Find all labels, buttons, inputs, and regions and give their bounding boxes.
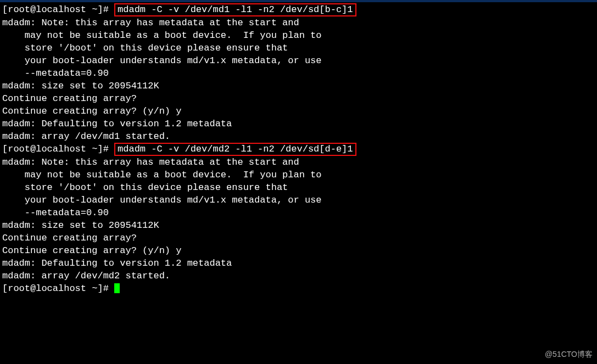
output-line: mdadm: Note: this array has metadata at … <box>2 157 299 167</box>
output-line: mdadm: Note: this array has metadata at … <box>2 18 299 28</box>
shell-prompt-2: [root@localhost ~]# <box>2 144 114 154</box>
command-highlight-2: mdadm -C -v /dev/md2 -l1 -n2 /dev/sd[d-e… <box>114 143 356 156</box>
output-line: mdadm: array /dev/md1 started. <box>2 131 170 142</box>
output-line: mdadm: Defaulting to version 1.2 metadat… <box>2 258 232 268</box>
shell-prompt-3: [root@localhost ~]# <box>2 283 114 294</box>
output-line: Continue creating array? (y/n) y <box>2 106 181 116</box>
cursor-icon <box>114 283 120 293</box>
output-line: may not be suitable as a boot device. If… <box>2 30 322 41</box>
output-line: store '/boot' on this device please ensu… <box>2 43 288 53</box>
output-line: your boot-loader understands md/v1.x met… <box>2 195 322 205</box>
output-line: may not be suitable as a boot device. If… <box>2 170 322 180</box>
output-line: Continue creating array? (y/n) y <box>2 245 181 256</box>
watermark-label: @51CTO博客 <box>545 350 593 360</box>
output-line: mdadm: size set to 20954112K <box>2 81 159 91</box>
terminal-output[interactable]: [root@localhost ~]# mdadm -C -v /dev/md1… <box>0 2 597 296</box>
output-line: mdadm: size set to 20954112K <box>2 220 159 231</box>
output-line: --metadata=0.90 <box>2 68 109 79</box>
output-line: mdadm: array /dev/md2 started. <box>2 271 170 281</box>
output-line: mdadm: Defaulting to version 1.2 metadat… <box>2 119 232 129</box>
output-line: store '/boot' on this device please ensu… <box>2 182 288 193</box>
output-line: Continue creating array? <box>2 93 137 104</box>
shell-prompt-1: [root@localhost ~]# <box>2 4 114 15</box>
command-highlight-1: mdadm -C -v /dev/md1 -l1 -n2 /dev/sd[b-c… <box>114 3 356 16</box>
output-line: your boot-loader understands md/v1.x met… <box>2 55 322 66</box>
output-line: --metadata=0.90 <box>2 208 109 218</box>
output-line: Continue creating array? <box>2 233 137 243</box>
